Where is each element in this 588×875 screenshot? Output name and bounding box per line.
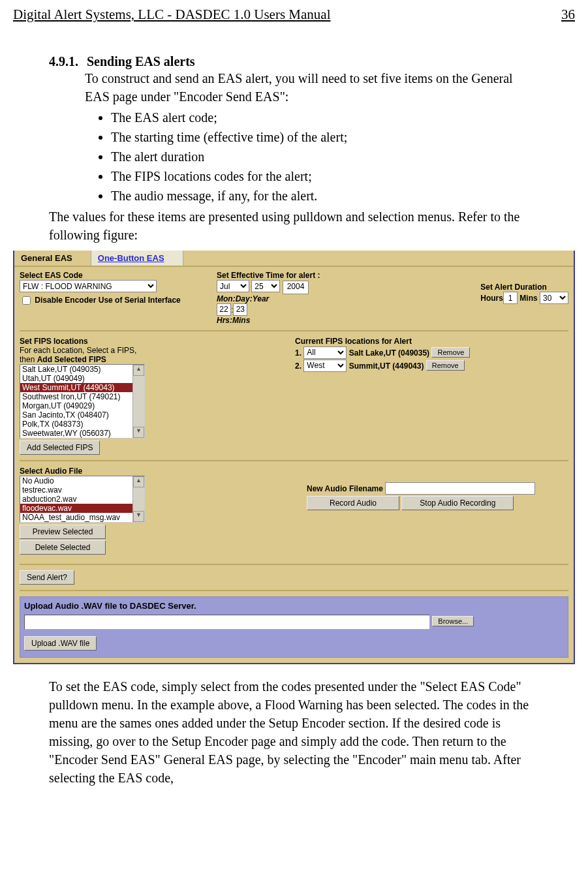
bullet-item: The audio message, if any, for the alert…	[111, 187, 539, 205]
row-number: 1.	[295, 348, 302, 357]
scroll-up-icon[interactable]: ▲	[133, 365, 144, 376]
fips-listbox[interactable]: Salt Lake,UT (049035) Utah,UT (049049) W…	[20, 364, 145, 438]
fips-option[interactable]: Salt Lake,UT (049035)	[20, 365, 132, 374]
scrollbar[interactable]: ▲ ▼	[132, 365, 144, 438]
bullet-item: The starting time (effective time) of th…	[111, 128, 539, 146]
audio-listbox[interactable]: No Audio testrec.wav abduction2.wav floo…	[20, 476, 145, 523]
footer-paragraph: To set the EAS code, simply select from …	[49, 677, 539, 787]
app-panel: General EAS One-Button EAS Select EAS Co…	[13, 251, 575, 664]
upload-panel: Upload Audio .WAV file to DASDEC Server.…	[20, 596, 568, 658]
fips-hint-1: For each Location, Select a FIPS,	[20, 346, 136, 355]
bullet-list: The EAS alert code; The starting time (e…	[111, 108, 539, 205]
upload-path-input[interactable]	[24, 615, 430, 630]
scroll-down-icon[interactable]: ▼	[133, 427, 144, 438]
fips-option-selected[interactable]: West Summit,UT (449043)	[20, 383, 132, 392]
hours-input[interactable]	[217, 303, 231, 316]
record-audio-button[interactable]: Record Audio	[307, 496, 399, 510]
add-selected-fips-button[interactable]: Add Selected FIPS	[20, 440, 100, 455]
bullet-item: The alert duration	[111, 147, 539, 166]
disable-encoder-label: Disable Encoder Use of Serial Interface	[35, 296, 180, 305]
tab-one-button-eas[interactable]: One-Button EAS	[91, 251, 183, 266]
mon-day-year-label: Mon:Day:Year	[217, 294, 386, 303]
remove-button[interactable]: Remove	[426, 360, 465, 371]
bullet-item: The FIPS locations codes for the alert;	[111, 167, 539, 185]
remove-button[interactable]: Remove	[431, 347, 470, 358]
effective-time-label: Set Effective Time for alert :	[217, 271, 386, 280]
bullet-item: The EAS alert code;	[111, 108, 539, 127]
scroll-up-icon[interactable]: ▲	[133, 476, 144, 487]
alert-duration-label: Set Alert Duration	[480, 283, 568, 292]
fips-option[interactable]: San Jacinto,TX (048407)	[20, 410, 132, 420]
duration-hours-input[interactable]	[503, 292, 518, 304]
new-audio-filename-input[interactable]	[385, 482, 535, 495]
upload-title: Upload Audio .WAV file to DASDEC Server.	[24, 601, 564, 611]
fips-option[interactable]: Southwest Iron,UT (749021)	[20, 392, 132, 401]
delete-selected-button[interactable]: Delete Selected	[20, 540, 106, 555]
audio-option[interactable]: No Audio	[20, 476, 132, 485]
year-display: 2004	[283, 281, 309, 294]
hours-label: Hours	[480, 294, 503, 303]
browse-button[interactable]: Browse...	[432, 616, 474, 626]
audio-option[interactable]: testrec.wav	[20, 485, 132, 495]
disable-encoder-checkbox[interactable]	[22, 296, 31, 305]
audio-option-selected[interactable]: floodevac.wav	[20, 504, 132, 513]
fips-option[interactable]: Morgan,UT (049029)	[20, 401, 132, 410]
fips-option[interactable]: Polk,TX (048373)	[20, 420, 132, 429]
new-audio-filename-label: New Audio Filename	[307, 484, 383, 493]
fips-scope-select[interactable]: All	[303, 346, 347, 359]
page-number: 36	[561, 7, 575, 23]
month-select[interactable]: Jul	[217, 280, 249, 292]
stop-audio-recording-button[interactable]: Stop Audio Recording	[401, 496, 514, 510]
tab-bar: General EAS One-Button EAS	[14, 251, 574, 267]
audio-option[interactable]: abduction2.wav	[20, 495, 132, 504]
send-alert-button[interactable]: Send Alert?	[20, 570, 74, 585]
fips-location-text: Summit,UT (449043)	[349, 361, 424, 370]
audio-option[interactable]: NOAA_test_audio_msg.wav	[20, 513, 132, 522]
mins-label: Mins	[519, 294, 537, 303]
scroll-down-icon[interactable]: ▼	[133, 511, 144, 522]
fips-option[interactable]: Sweetwater,WY (056037)	[20, 429, 132, 438]
fips-scope-select[interactable]: West	[303, 360, 347, 372]
tab-general-eas[interactable]: General EAS	[14, 251, 91, 266]
select-eas-code-label: Select EAS Code	[20, 271, 209, 280]
intro-text: To construct and send an EAS alert, you …	[85, 69, 539, 106]
mins-input[interactable]	[233, 303, 247, 316]
section-title: Sending EAS alerts	[87, 54, 195, 69]
section-number: 4.9.1.	[49, 54, 78, 69]
fips-option[interactable]: Utah,UT (049049)	[20, 374, 132, 383]
day-select[interactable]: 25	[251, 280, 280, 292]
eas-code-select[interactable]: FLW : FLOOD WARNING	[20, 280, 157, 292]
fips-hint-2: then	[20, 355, 35, 364]
after-bullets-text: The values for these items are presented…	[49, 207, 539, 244]
duration-mins-select[interactable]: 30	[540, 292, 568, 304]
upload-wav-button[interactable]: Upload .WAV file	[24, 636, 97, 651]
hrs-mins-label: Hrs:Mins	[217, 316, 386, 325]
fips-location-text: Salt Lake,UT (049035)	[349, 348, 429, 357]
current-fips-label: Current FIPS locations for Alert	[295, 337, 569, 346]
preview-selected-button[interactable]: Preview Selected	[20, 525, 106, 539]
select-audio-label: Select Audio File	[20, 467, 163, 476]
set-fips-label: Set FIPS locations	[20, 337, 209, 346]
fips-hint-bold: Add Selected FIPS	[37, 355, 106, 364]
header-title: Digital Alert Systems, LLC - DASDEC 1.0 …	[13, 7, 330, 23]
scrollbar[interactable]: ▲ ▼	[132, 476, 144, 522]
row-number: 2.	[295, 361, 302, 370]
